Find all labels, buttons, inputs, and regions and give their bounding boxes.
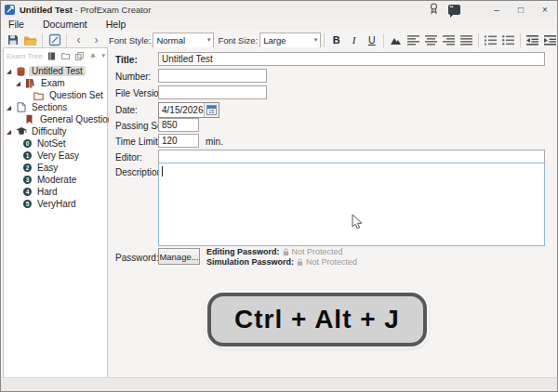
number-input[interactable] [158, 69, 267, 83]
font-size-label: Font Size: [218, 35, 258, 46]
simulation-password-status: Not Protected [306, 257, 357, 267]
minimize-button[interactable]: – [485, 1, 509, 18]
copy-icon[interactable] [74, 51, 85, 60]
menu-file[interactable]: File [6, 19, 27, 30]
close-button[interactable]: × [533, 1, 557, 18]
date-picker[interactable]: 4/15/2026 15 [158, 102, 219, 118]
tree-item-moderate[interactable]: 3 Moderate [4, 174, 107, 186]
tree-item-question-set[interactable]: Question Set [4, 89, 107, 101]
tree-item-hard[interactable]: 4 Hard [4, 186, 107, 198]
align-left-button[interactable] [405, 32, 422, 49]
bullet-list-button[interactable] [499, 32, 517, 49]
tree-item-sections[interactable]: ◢ Sections [4, 101, 107, 113]
align-justify-icon [460, 35, 472, 46]
increase-indent-button[interactable] [541, 32, 558, 49]
title-input[interactable] [158, 52, 545, 66]
font-style-value: Normal [156, 35, 185, 46]
font-size-select[interactable]: Large ▾ [259, 33, 321, 48]
tree-item-general-questions[interactable]: General Questions [4, 113, 107, 125]
align-center-icon [425, 35, 437, 46]
menu-help[interactable]: Help [103, 19, 129, 30]
difficulty-3-badge: 3 [23, 176, 32, 184]
tree-item-label: VeryHard [34, 199, 79, 209]
save-icon [7, 33, 20, 46]
numbered-list-button[interactable] [482, 32, 499, 49]
tree-item-exam[interactable]: ◢ Exam [4, 77, 107, 89]
align-center-button[interactable] [422, 32, 440, 49]
difficulty-0-badge: 0 [23, 139, 32, 148]
title-bar: Untitled Test - ProfExam Creator “ – □ × [1, 1, 557, 18]
tree-item-easy[interactable]: 2 Easy [4, 162, 107, 174]
editor-input[interactable] [158, 150, 545, 163]
open-folder-icon [23, 34, 37, 46]
save-button[interactable] [4, 32, 21, 49]
keypress-text: Ctrl + Alt + J [234, 305, 400, 334]
decrease-indent-button[interactable] [524, 32, 541, 49]
feedback-chat-icon[interactable]: “ [444, 5, 464, 15]
menu-bar: File Document Help [1, 18, 557, 30]
tree-item-label: Very Easy [34, 150, 82, 161]
font-style-select[interactable]: Normal ▾ [153, 33, 214, 48]
underline-button[interactable]: U [363, 32, 380, 49]
manage-password-button[interactable]: Manage... [158, 248, 200, 265]
align-right-icon [443, 35, 455, 46]
pages-icon [15, 102, 27, 113]
open-button[interactable] [21, 32, 39, 49]
window-title: Untitled Test - ProfExam Creator [20, 5, 151, 15]
font-color-button[interactable] [387, 32, 405, 49]
folder-small-icon[interactable] [60, 51, 71, 60]
tree-item-untitled-test[interactable]: ◢ Untitled Test [4, 65, 107, 77]
status-bar [1, 377, 558, 391]
simulation-password-row: Simulation Password: Not Protected [206, 257, 357, 267]
quote-glyph: “ [450, 4, 455, 12]
books-icon [24, 78, 36, 89]
file-version-input[interactable] [158, 85, 267, 99]
tree-item-label: Untitled Test [29, 66, 86, 76]
lock-icon [283, 248, 289, 256]
increase-indent-icon [544, 35, 556, 46]
bullet-list-icon [502, 35, 514, 46]
editing-password-row: Editing Password: Not Protected [206, 247, 343, 256]
tree-item-notset[interactable]: 0 NotSet [4, 137, 107, 150]
tree-scroll-arrow-icon[interactable]: ▾ [102, 52, 106, 59]
align-left-icon [407, 35, 419, 46]
edit-mode-button[interactable] [46, 32, 63, 49]
tree-item-veryhard[interactable]: 5 VeryHard [4, 198, 107, 210]
tree-item-very-easy[interactable]: 1 Very Easy [4, 150, 107, 162]
notebook-icon[interactable] [46, 51, 57, 60]
tree-item-label: Difficulty [29, 126, 70, 137]
align-justify-button[interactable] [458, 32, 475, 49]
maximize-button[interactable]: □ [509, 1, 533, 18]
collapse-all-icon[interactable]: ✳ [88, 51, 99, 60]
tree-item-label: NotSet [34, 138, 69, 149]
font-size-value: Large [263, 35, 286, 46]
back-icon: ‹ [77, 34, 81, 46]
expander-icon[interactable]: ◢ [7, 128, 15, 136]
time-limit-input[interactable] [158, 134, 199, 148]
passing-score-input[interactable] [158, 118, 199, 132]
app-window: Untitled Test - ProfExam Creator “ – □ ×… [0, 0, 558, 392]
back-button[interactable]: ‹ [70, 32, 87, 49]
expander-icon[interactable]: ◢ [7, 104, 15, 111]
italic-button[interactable]: I [345, 32, 363, 49]
expander-icon[interactable]: ◢ [16, 80, 24, 87]
forward-button[interactable]: › [87, 32, 105, 49]
date-label: Date: [115, 105, 138, 115]
mouse-cursor-icon [352, 214, 363, 234]
align-right-button[interactable] [440, 32, 458, 49]
tree-item-label: Easy [34, 163, 60, 173]
text-caret [162, 166, 163, 176]
tree-item-difficulty[interactable]: ◢ Difficulty [4, 125, 107, 137]
menu-document[interactable]: Document [40, 19, 90, 30]
time-limit-suffix: min. [206, 137, 223, 147]
award-icon[interactable] [423, 1, 444, 18]
password-label: Password: [115, 253, 159, 263]
window-title-suffix: - ProfExam Creator [73, 5, 151, 15]
title-label: Title: [115, 55, 138, 65]
calendar-button[interactable]: 15 [204, 103, 219, 117]
date-value[interactable]: 4/15/2026 [159, 105, 204, 115]
tree-item-label: Moderate [34, 175, 79, 185]
bold-button[interactable]: B [327, 32, 345, 49]
chevron-down-icon: ▾ [314, 36, 318, 44]
expander-icon[interactable]: ◢ [7, 68, 15, 75]
